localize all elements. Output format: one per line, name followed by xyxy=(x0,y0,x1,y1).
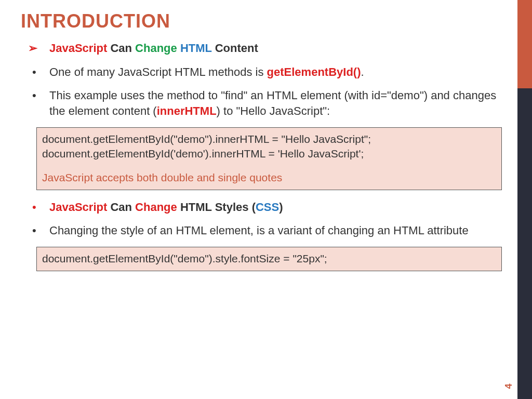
text-content: Content xyxy=(212,42,258,55)
code-line: document.getElementById("demo").style.fo… xyxy=(42,251,496,266)
sidebar-accent-top xyxy=(517,0,532,88)
text-javascript: JavaScript xyxy=(49,42,107,55)
bullet-heading-1: JavaScript Can Change HTML Content xyxy=(21,41,502,56)
text-innerhtml: innerHTML xyxy=(157,104,217,117)
text-can: Can xyxy=(107,201,135,214)
sidebar-accent-bottom xyxy=(517,88,532,399)
text-post: ) xyxy=(279,201,283,214)
text-mid: HTML Styles ( xyxy=(177,201,256,214)
bullet-heading-2: JavaScript Can Change HTML Styles (CSS) xyxy=(21,200,502,215)
text-body: . xyxy=(361,65,364,78)
text-javascript: JavaScript xyxy=(49,201,107,214)
code-line: document.getElementById("demo").innerHTM… xyxy=(42,132,496,147)
text-html: HTML xyxy=(180,42,212,55)
bullet-item: This example uses the method to "find" a… xyxy=(21,88,502,118)
text-method: getElementById() xyxy=(267,65,361,78)
text-change: Change xyxy=(135,42,177,55)
slide-content: INTRODUCTION JavaScript Can Change HTML … xyxy=(0,0,517,399)
bullet-item: One of many JavaScript HTML methods is g… xyxy=(21,64,502,80)
page-number: 4 xyxy=(503,383,514,389)
text-body: One of many JavaScript HTML methods is xyxy=(49,65,267,78)
text-change: Change xyxy=(135,201,177,214)
text-can: Can xyxy=(107,42,135,55)
text-body: ) to "Hello JavaScript": xyxy=(217,104,330,117)
code-line: document.getElementById('demo').innerHTM… xyxy=(42,147,496,161)
code-block-1: document.getElementById("demo").innerHTM… xyxy=(36,127,502,190)
text-css: CSS xyxy=(256,201,279,214)
slide-title: INTRODUCTION xyxy=(21,10,502,32)
code-block-2: document.getElementById("demo").style.fo… xyxy=(36,247,502,271)
code-note: JavaScript accepts both double and singl… xyxy=(42,170,496,185)
bullet-list: JavaScript Can Change HTML Content One o… xyxy=(21,41,502,271)
bullet-item: Changing the style of an HTML element, i… xyxy=(21,223,502,238)
